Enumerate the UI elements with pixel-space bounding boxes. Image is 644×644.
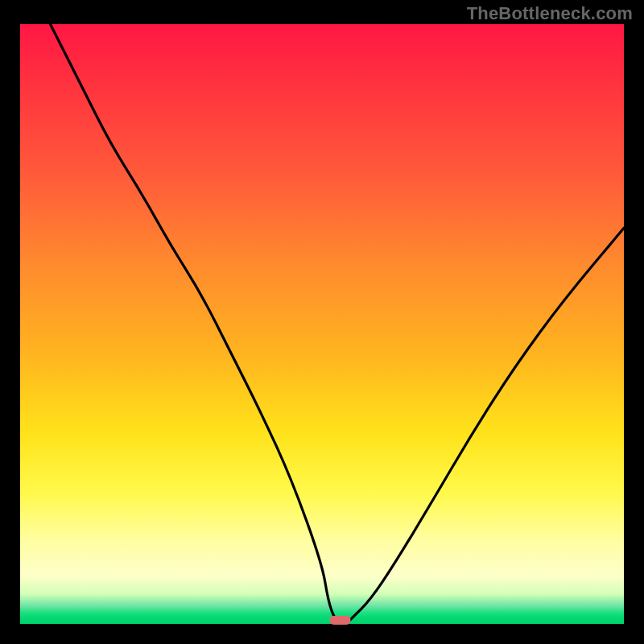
watermark-text: TheBottleneck.com <box>467 3 633 24</box>
minimum-marker <box>330 616 351 625</box>
plot-area <box>20 24 624 624</box>
curve-svg <box>20 24 624 624</box>
bottleneck-curve <box>51 24 625 624</box>
chart-frame: TheBottleneck.com <box>0 0 644 644</box>
